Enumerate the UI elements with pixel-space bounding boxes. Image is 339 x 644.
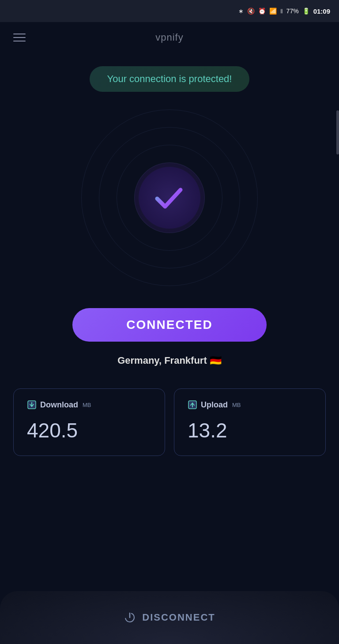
top-navigation: vpnify bbox=[0, 22, 339, 53]
app-title: vpnify bbox=[155, 32, 183, 43]
checkmark-icon bbox=[152, 180, 187, 215]
upload-header: Upload MB bbox=[188, 400, 312, 410]
location-display: Germany, Frankfurt 🇩🇪 bbox=[117, 355, 222, 366]
stats-row: Download MB 420.5 Upload MB 13.2 bbox=[13, 388, 326, 456]
connected-button[interactable]: CONNECTED bbox=[72, 308, 267, 342]
download-card: Download MB 420.5 bbox=[13, 388, 165, 456]
hamburger-line-1 bbox=[13, 34, 26, 34]
hamburger-line-2 bbox=[13, 37, 26, 38]
mute-icon: 🔇 bbox=[247, 8, 255, 15]
status-bar: ∗ 🔇 ⏰ 📶 ⦀ 77% 🔋 01:09 bbox=[0, 0, 339, 22]
bluetooth-icon: ∗ bbox=[238, 8, 244, 15]
protection-badge: Your connection is protected! bbox=[90, 66, 250, 92]
checkmark-circle bbox=[139, 167, 200, 229]
download-label: Download bbox=[40, 400, 78, 410]
status-icons: ∗ 🔇 ⏰ 📶 ⦀ 77% 🔋 01:09 bbox=[238, 8, 330, 15]
battery-level: 77% bbox=[286, 8, 299, 15]
upload-value: 13.2 bbox=[188, 418, 312, 442]
disconnect-button[interactable]: DISCONNECT bbox=[142, 612, 215, 623]
signal-icon: ⦀ bbox=[280, 8, 283, 15]
upload-icon bbox=[188, 400, 197, 410]
status-time: 01:09 bbox=[313, 8, 330, 15]
alarm-icon: ⏰ bbox=[258, 8, 266, 15]
download-value: 420.5 bbox=[27, 418, 151, 442]
main-content: Your connection is protected! CONNECTED … bbox=[0, 53, 339, 478]
upload-card: Upload MB 13.2 bbox=[174, 388, 326, 456]
battery-icon: 🔋 bbox=[302, 8, 310, 15]
download-header: Download MB bbox=[27, 400, 151, 410]
upload-unit: MB bbox=[232, 402, 241, 408]
wifi-icon: 📶 bbox=[269, 8, 277, 15]
upload-label: Upload bbox=[201, 400, 228, 410]
download-icon bbox=[27, 400, 37, 410]
bottom-bar: DISCONNECT bbox=[0, 591, 339, 644]
scrollbar[interactable] bbox=[336, 110, 339, 154]
hamburger-line-3 bbox=[13, 41, 26, 41]
download-unit: MB bbox=[83, 402, 91, 408]
hamburger-menu-button[interactable] bbox=[13, 34, 26, 41]
power-icon bbox=[124, 611, 136, 624]
connection-status-circle bbox=[81, 109, 258, 286]
